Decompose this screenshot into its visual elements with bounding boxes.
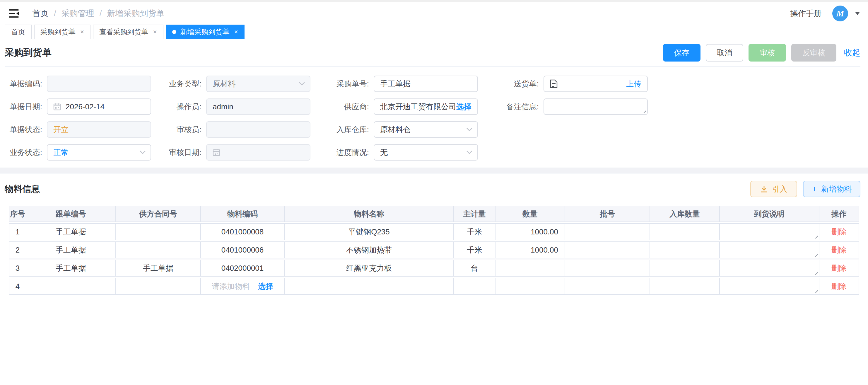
seq-cell: 3 [9,260,26,276]
field-delivery-note: 送货单: 上传 [501,76,655,92]
tab-view-arrival[interactable]: 查看采购到货单× [93,25,163,39]
resize-grip-icon[interactable] [812,233,818,238]
note-cell[interactable] [720,278,819,295]
material-row: 2手工单据0401000006不锈钢加热带千米1000.00删除 [9,241,859,259]
chevron-down-icon [466,148,472,154]
chevron-down-icon [466,125,472,131]
avatar[interactable]: M [832,6,848,21]
field-remark: 备注信息: [501,98,655,115]
cancel-button[interactable]: 取消 [706,44,743,62]
batch-cell[interactable] [565,260,650,276]
purchase-arrival-page: 首页 / 采购管理 / 新增采购到货单 操作手册 M 首页 采购到货单× 查看采… [0,0,868,385]
unit-cell: 台 [454,260,496,276]
field-biz-status: 业务状态: 正常 [5,144,151,160]
import-button[interactable]: 引入 [750,181,797,197]
page-title: 采购到货单 [5,46,52,59]
delete-link[interactable]: 删除 [831,245,847,254]
batch-cell[interactable] [565,241,650,259]
action-cell: 删除 [819,241,859,259]
breadcrumb-separator: / [99,9,102,18]
resize-grip-icon[interactable] [812,251,818,257]
note-cell[interactable] [720,241,819,259]
warehouse-select[interactable]: 原材料仓 [374,121,478,138]
field-supplier: 供应商: 北京开迪工贸有限公司选择 [332,98,489,115]
in-qty-cell[interactable] [650,241,720,259]
collapse-link[interactable]: 收起 [844,47,860,58]
material-row: 1手工单据0401000008平键钢Q235千米1000.00删除 [9,223,859,240]
in-qty-cell[interactable] [650,223,720,240]
batch-cell[interactable] [565,223,650,240]
remark-textarea[interactable] [544,98,648,115]
tab-arrival-list[interactable]: 采购到货单× [34,25,91,39]
field-auditor: 审核员: [164,121,319,138]
supplier-select-link[interactable]: 选择 [456,102,471,112]
close-icon[interactable]: × [153,29,157,35]
menu-fold-icon[interactable] [9,9,19,18]
bill-date-picker[interactable]: 2026-02-14 [47,98,151,115]
delivery-note-box: 上传 [544,76,648,92]
audit-date-picker [206,144,310,160]
tab-home[interactable]: 首页 [5,25,32,39]
manual-link[interactable]: 操作手册 [790,8,822,19]
breadcrumb-home[interactable]: 首页 [32,8,49,19]
add-material-button[interactable]: + 新增物料 [803,181,860,197]
field-bill-status: 单据状态: 开立 [5,121,151,138]
materials-section: 物料信息 引入 + 新增物料 序号 跟单编 [0,174,868,296]
top-bar: 首页 / 采购管理 / 新增采购到货单 操作手册 M [0,2,868,25]
audit-button: 审核 [748,44,786,62]
materials-table-body: 1手工单据0401000008平键钢Q235千米1000.00删除2手工单据04… [9,223,859,295]
resize-grip-icon[interactable] [812,288,818,293]
in-qty-cell[interactable] [650,278,720,295]
order-no-cell: 手工单据 [26,223,116,240]
batch-cell[interactable] [565,278,650,295]
upload-link[interactable]: 上传 [626,79,641,89]
calendar-icon [213,149,220,156]
progress-select[interactable]: 无 [374,144,478,160]
delete-link[interactable]: 删除 [831,227,847,236]
field-warehouse: 入库仓库: 原材料仓 [332,121,489,138]
seq-cell: 4 [9,278,26,295]
breadcrumb: 首页 / 采购管理 / 新增采购到货单 [32,8,164,19]
resize-grip-icon[interactable] [812,270,818,275]
save-button[interactable]: 保存 [663,44,701,62]
add-material-placeholder: 请添加物料 [212,282,250,291]
order-no-cell [26,278,116,295]
breadcrumb-purchase-mgmt[interactable]: 采购管理 [62,8,94,19]
col-qty: 数量 [496,206,565,222]
material-select-link[interactable]: 选择 [258,282,273,291]
doc-section: 采购到货单 保存 取消 审核 反审核 收起 单据编码: 业务类型: 原材料 采购… [0,39,868,168]
delete-link[interactable]: 删除 [831,264,847,272]
materials-header: 物料信息 引入 + 新增物料 [5,174,860,205]
close-icon[interactable]: × [234,29,238,35]
chevron-down-icon[interactable] [855,12,860,15]
resize-grip-icon[interactable] [641,108,646,113]
chevron-down-icon [140,148,146,154]
col-action: 操作 [819,206,859,222]
contract-no-cell [116,241,201,259]
field-operator: 操作员: admin [164,98,319,115]
contract-no-cell [116,278,201,295]
tab-new-arrival[interactable]: 新增采购到货单× [166,25,245,39]
note-cell[interactable] [720,223,819,240]
action-cell: 删除 [819,223,859,240]
document-icon [550,80,558,88]
materials-table-header-row: 序号 跟单编号 供方合同号 物料编码 物料名称 主计量 数量 批号 入库数量 到… [9,206,859,222]
delete-link[interactable]: 删除 [831,282,847,291]
field-po-no: 采购单号: 手工单据 [332,76,489,92]
qty-cell [496,260,565,276]
supplier-picker: 北京开迪工贸有限公司选择 [374,98,478,115]
field-bill-date: 单据日期: 2026-02-14 [5,98,151,115]
order-no-cell: 手工单据 [26,260,116,276]
close-icon[interactable]: × [80,29,84,35]
po-no-input[interactable]: 手工单据 [374,76,478,92]
code-cell[interactable]: 请添加物料选择 [201,278,285,295]
col-name: 物料名称 [285,206,454,222]
bill-code-input [47,76,151,92]
biz-status-select[interactable]: 正常 [47,144,151,160]
in-qty-cell[interactable] [650,260,720,276]
col-unit: 主计量 [454,206,496,222]
breadcrumb-separator: / [54,9,56,18]
unit-cell: 千米 [454,241,496,259]
qty-cell [496,278,565,295]
note-cell[interactable] [720,260,819,276]
